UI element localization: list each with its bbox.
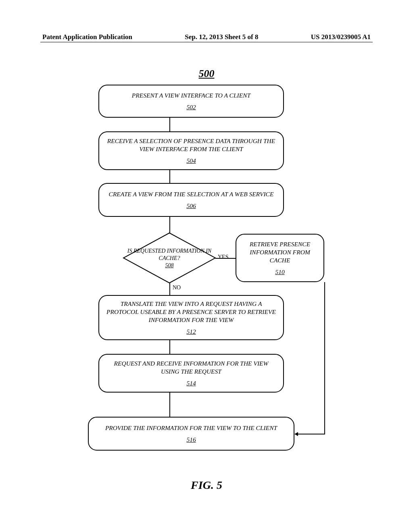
header-mid: Sep. 12, 2013 Sheet 5 of 8 (185, 33, 258, 41)
yes-label: YES (218, 254, 228, 260)
connector-506-508 (169, 217, 170, 234)
header-left: Patent Application Publication (42, 33, 132, 41)
connector-510-down (324, 282, 325, 434)
connector-514-516 (169, 393, 170, 417)
step-510-ref: 510 (275, 268, 284, 276)
step-512-text: TRANSLATE THE VIEW INTO A REQUEST HAVING… (104, 300, 278, 324)
step-502-text: PRESENT A VIEW INTERFACE TO A CLIENT (132, 91, 250, 100)
header-right: US 2013/0239005 A1 (311, 33, 371, 41)
step-502: PRESENT A VIEW INTERFACE TO A CLIENT 502 (98, 85, 284, 118)
connector-504-506 (169, 170, 170, 183)
page-header: Patent Application Publication Sep. 12, … (0, 33, 413, 41)
step-514-ref: 514 (186, 380, 196, 387)
connector-510-to-516 (298, 434, 325, 434)
step-512-ref: 512 (186, 328, 196, 335)
arrowhead-icon (294, 432, 298, 436)
header-divider (40, 42, 373, 42)
decision-508-text: IS REQUESTED INFORMATION IN CACHE? (123, 247, 216, 262)
step-514-text: REQUEST AND RECEIVE INFORMATION FOR THE … (104, 360, 278, 376)
step-516-text: PROVIDE THE INFORMATION FOR THE VIEW TO … (105, 424, 277, 432)
decision-508: IS REQUESTED INFORMATION IN CACHE? 508 (123, 232, 216, 284)
figure-caption: FIG. 5 (0, 479, 413, 492)
connector-502-504 (169, 118, 170, 131)
connector-512-514 (169, 340, 170, 354)
no-label: NO (173, 285, 181, 291)
step-510-text: RETRIEVE PRESENCE INFORMATION FROM CACHE (241, 240, 319, 264)
step-514: REQUEST AND RECEIVE INFORMATION FOR THE … (98, 354, 284, 393)
step-516-ref: 516 (186, 436, 196, 443)
step-504-ref: 504 (186, 157, 196, 164)
step-510: RETRIEVE PRESENCE INFORMATION FROM CACHE… (236, 234, 324, 282)
figure-number: 500 (0, 68, 413, 80)
decision-508-ref: 508 (123, 262, 216, 269)
step-506-text: CREATE A VIEW FROM THE SELECTION AT A WE… (109, 190, 274, 198)
step-506-ref: 506 (186, 202, 196, 210)
connector-508-512 (169, 283, 170, 295)
step-506: CREATE A VIEW FROM THE SELECTION AT A WE… (98, 183, 284, 217)
step-504: RECEIVE A SELECTION OF PRESENCE DATA THR… (98, 131, 284, 170)
step-502-ref: 502 (186, 104, 196, 111)
step-504-text: RECEIVE A SELECTION OF PRESENCE DATA THR… (104, 137, 278, 153)
connector-508-510 (215, 258, 236, 259)
step-512: TRANSLATE THE VIEW INTO A REQUEST HAVING… (98, 295, 284, 340)
step-516: PROVIDE THE INFORMATION FOR THE VIEW TO … (88, 417, 294, 451)
